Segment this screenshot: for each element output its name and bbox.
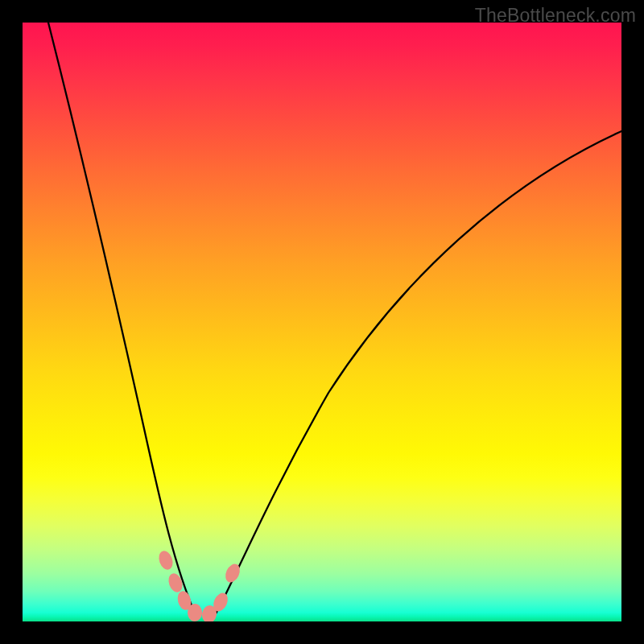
bottleneck-curve-left <box>48 23 196 617</box>
outer-frame: TheBottleneck.com <box>0 0 644 644</box>
marker-dot <box>166 572 184 594</box>
marker-dot <box>188 604 202 621</box>
watermark-text: TheBottleneck.com <box>475 5 636 27</box>
marker-dot <box>156 549 175 572</box>
plot-area <box>23 23 621 621</box>
bottleneck-curve-right <box>214 131 621 617</box>
curve-overlay <box>23 23 621 621</box>
